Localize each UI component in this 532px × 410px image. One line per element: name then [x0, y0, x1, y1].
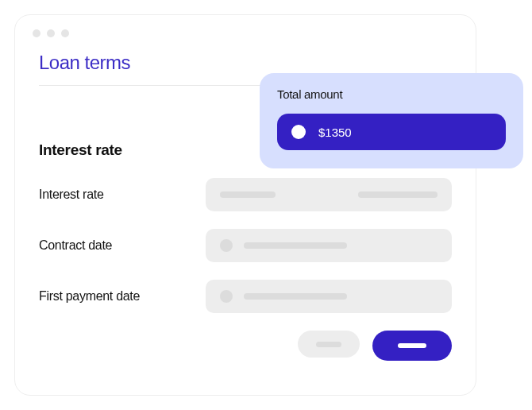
placeholder-icon	[220, 239, 233, 252]
placeholder-bar	[358, 191, 438, 198]
cancel-button[interactable]	[298, 331, 360, 358]
amount-selector[interactable]: $1350	[277, 114, 506, 150]
window-control-dot[interactable]	[47, 29, 55, 37]
placeholder-icon	[220, 290, 233, 303]
window-control-dot[interactable]	[61, 29, 69, 37]
app-window: Loan terms Interest rate Interest rate C…	[14, 14, 476, 396]
amount-value: $1350	[318, 126, 352, 139]
total-amount-label: Total amount	[277, 87, 506, 101]
submit-button[interactable]	[372, 331, 452, 361]
first-payment-date-label: First payment date	[39, 289, 206, 304]
first-payment-date-row: First payment date	[39, 280, 452, 313]
radio-icon	[291, 125, 306, 139]
placeholder-bar	[220, 191, 276, 198]
contract-date-row: Contract date	[39, 229, 452, 262]
first-payment-date-field[interactable]	[206, 280, 452, 313]
interest-rate-row: Interest rate	[39, 178, 452, 211]
contract-date-field[interactable]	[206, 229, 452, 262]
interest-rate-field[interactable]	[206, 178, 452, 211]
placeholder-bar	[316, 342, 341, 347]
interest-rate-label: Interest rate	[39, 188, 206, 202]
contract-date-label: Contract date	[39, 238, 206, 253]
action-row	[39, 331, 452, 361]
placeholder-bar	[398, 343, 426, 348]
window-control-dot[interactable]	[33, 29, 40, 37]
placeholder-bar	[244, 293, 347, 300]
window-titlebar	[15, 15, 476, 45]
total-amount-card: Total amount $1350	[260, 73, 523, 168]
placeholder-bar	[244, 242, 347, 249]
